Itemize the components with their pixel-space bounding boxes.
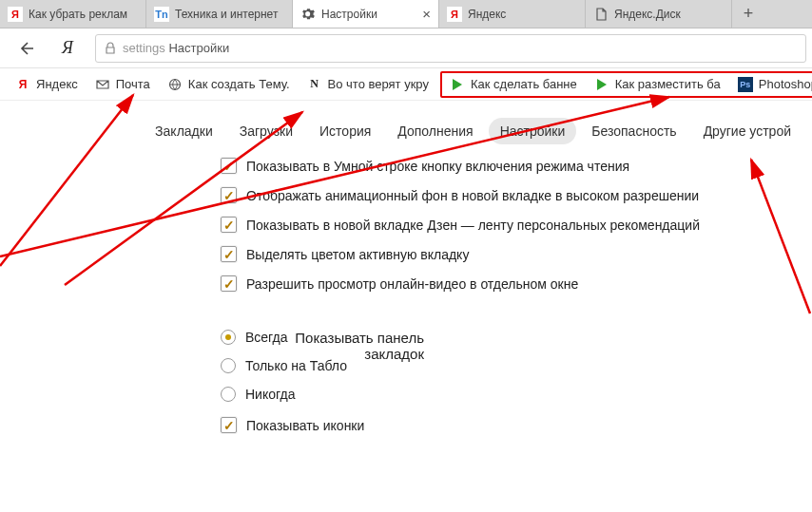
document-icon	[593, 7, 609, 22]
back-button[interactable]	[6, 28, 46, 68]
tab-title: Настройки	[321, 8, 418, 21]
tab-title: Яндекс.Диск	[614, 8, 724, 21]
nav-row: Я settings Настройки	[0, 28, 812, 68]
settings-tab-history[interactable]: История	[308, 118, 382, 144]
bookmark-label: Как разместить ба	[615, 77, 721, 91]
bookmark-label: Яндекс	[36, 77, 78, 91]
bookmark-label: Почта	[116, 77, 150, 91]
n-icon: N	[307, 77, 322, 92]
close-icon[interactable]: ×	[422, 6, 431, 22]
radio-label: Никогда	[245, 387, 295, 402]
bookmark-label: Как создать Тему.	[188, 77, 290, 91]
setting-checkbox-row: Показывать в Умной строке кнопку включен…	[221, 158, 812, 174]
checkbox-label: Выделять цветом активную вкладку	[246, 247, 469, 262]
checkbox[interactable]	[221, 158, 237, 174]
checkbox-label: Отображать анимационный фон в новой вкла…	[246, 188, 699, 203]
bookmark-item[interactable]: Почта	[89, 75, 156, 94]
radio-row: Никогда	[221, 387, 812, 402]
settings-tab-security[interactable]: Безопасность	[580, 118, 687, 144]
setting-checkbox-row: Показывать в новой вкладке Дзен — ленту …	[221, 217, 812, 233]
settings-body: Показывать в Умной строке кнопку включен…	[0, 158, 812, 433]
radio[interactable]	[221, 330, 236, 345]
new-tab-button[interactable]: +	[732, 0, 764, 28]
yandex-icon: Я	[15, 77, 30, 92]
bookmark-item[interactable]: Ps Photoshop	[732, 75, 812, 94]
checkbox[interactable]	[221, 217, 237, 233]
setting-checkbox-row: Показывать иконки	[221, 417, 812, 433]
bookmark-label: Во что верят укру	[328, 77, 429, 91]
tab-5[interactable]: Яндекс.Диск	[586, 0, 732, 28]
bookmark-item[interactable]: N Во что верят укру	[301, 75, 435, 94]
tab-title: Техника и интернет	[175, 8, 284, 21]
tab-title: Как убрать реклам	[29, 8, 138, 21]
settings-tabs: Закладки Загрузки История Дополнения Нас…	[0, 101, 812, 158]
section-label: Показывать панельзакладок	[253, 330, 424, 362]
tab-settings[interactable]: Настройки ×	[293, 0, 439, 28]
checkbox-label: Показывать в новой вкладке Дзен — ленту …	[246, 218, 700, 233]
tab-1[interactable]: Я Как убрать реклам	[0, 0, 146, 28]
checkbox-label: Показывать иконки	[246, 418, 364, 433]
settings-tab-downloads[interactable]: Загрузки	[228, 118, 304, 144]
bookmark-item[interactable]: Я Яндекс	[10, 75, 84, 94]
tab-4[interactable]: Я Яндекс	[439, 0, 586, 28]
yandex-home-button[interactable]: Я	[48, 28, 87, 68]
bookmarks-bar: Я Яндекс Почта Как создать Тему. N Во чт…	[0, 68, 812, 101]
setting-checkbox-row: Выделять цветом активную вкладку	[221, 246, 812, 262]
photoshop-icon: Ps	[738, 77, 753, 92]
checkbox-label: Разрешить просмотр онлайн-видео в отдель…	[246, 276, 578, 292]
radio[interactable]	[221, 387, 236, 402]
bookmark-item[interactable]: Как разместить ба	[589, 75, 726, 94]
settings-tab-other[interactable]: Другие устрой	[692, 118, 802, 144]
bookmark-label: Как сделать банне	[471, 77, 577, 91]
setting-checkbox-row: Разрешить просмотр онлайн-видео в отдель…	[221, 275, 812, 292]
radio[interactable]	[221, 358, 236, 373]
tab-2[interactable]: Tn Техника и интернет	[146, 0, 293, 28]
bookmark-item[interactable]: Как сделать банне	[444, 75, 583, 94]
yandex-logo-icon: Я	[62, 38, 73, 58]
yandex-icon: Я	[8, 7, 23, 22]
site-icon: Tn	[154, 7, 169, 22]
checkbox-label: Показывать в Умной строке кнопку включен…	[246, 159, 629, 174]
globe-icon	[167, 77, 183, 92]
settings-tab-addons[interactable]: Дополнения	[386, 118, 484, 144]
right-arrow-icon	[594, 77, 609, 92]
annotation-highlight: Как сделать банне Как разместить ба Ps P…	[440, 71, 812, 98]
checkbox[interactable]	[221, 187, 237, 203]
bookmark-item[interactable]: Как создать Тему.	[162, 75, 296, 94]
url-text: settings Настройки	[123, 41, 229, 55]
checkbox[interactable]	[221, 417, 237, 433]
checkbox[interactable]	[221, 275, 237, 292]
yandex-icon: Я	[447, 7, 462, 22]
gear-icon	[300, 7, 316, 22]
mail-icon	[95, 77, 110, 92]
checkbox[interactable]	[221, 246, 237, 262]
lock-icon	[104, 42, 117, 55]
bookmark-label: Photoshop	[759, 77, 812, 91]
settings-tab-bookmarks[interactable]: Закладки	[144, 118, 224, 144]
right-arrow-icon	[450, 77, 465, 92]
address-bar[interactable]: settings Настройки	[95, 34, 806, 63]
setting-checkbox-row: Отображать анимационный фон в новой вкла…	[221, 187, 812, 203]
settings-tab-settings[interactable]: Настройки	[489, 118, 577, 144]
tab-title: Яндекс	[468, 8, 577, 21]
tab-strip: Я Как убрать реклам Tn Техника и интерне…	[0, 0, 812, 28]
